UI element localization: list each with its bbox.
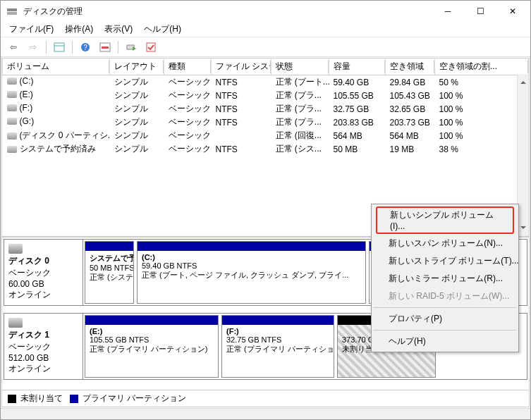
table-row[interactable]: (C:)シンプルベーシックNTFS正常 (ブート...59.40 GB29.84… [3,75,529,89]
menu-view[interactable]: 表示(V) [99,23,138,35]
close-button[interactable]: ✕ [496,1,529,22]
ctx-new-mirror-volume[interactable]: 新しいミラー ボリューム(R)... [372,270,518,288]
table-row[interactable]: (F:)シンプルベーシックNTFS正常 (プラ...32.75 GB32.65 … [3,102,529,116]
view-graphical-icon[interactable] [97,39,114,55]
disk-1-name: ディスク 1 [8,329,78,341]
ctx-help[interactable]: ヘルプ(H) [372,333,518,350]
disk-management-window: ディスクの管理 ─ ☐ ✕ ファイル(F) 操作(A) 表示(V) ヘルプ(H)… [0,0,531,420]
disk-0-name: ディスク 0 [8,255,78,267]
column-header[interactable]: ファイル システム [212,58,271,75]
legend-unallocated-label: 未割り当て [20,393,63,404]
ctx-properties[interactable]: プロパティ(P) [372,310,518,328]
partition[interactable]: (E:)105.55 GB NTFS正常 (プライマリ パーティション) [85,315,219,378]
legend-unallocated-swatch [8,395,16,403]
check-icon[interactable] [142,39,159,55]
svg-rect-9 [147,43,155,51]
partition[interactable]: (F:)32.75 GB NTFS正常 (プライマリ パーティション) [221,315,334,378]
partition[interactable]: システムで予約済50 MB NTFS正常 (システム, ... [85,241,134,304]
ctx-new-raid5-volume: 新しい RAID-5 ボリューム(W)... [372,288,518,305]
table-row[interactable]: (G:)シンプルベーシックNTFS正常 (プラ...203.83 GB203.7… [3,116,529,129]
disk-1-header[interactable]: ディスク 1 ベーシック 512.00 GB オンライン [4,314,83,379]
table-row[interactable]: システムで予約済みシンプルベーシックNTFS正常 (シス...50 MB19 M… [3,142,529,156]
minimize-button[interactable]: ─ [432,1,464,22]
column-header[interactable]: 空き領域 [386,58,435,75]
svg-rect-1 [7,12,17,15]
svg-rect-0 [7,8,17,11]
menu-action[interactable]: 操作(A) [59,23,99,35]
svg-text:?: ? [83,44,87,51]
context-menu: 新しいシンプル ボリューム(I)... 新しいスパン ボリューム(N)... 新… [371,204,519,352]
volume-table: ボリュームレイアウト種類ファイル システム状態容量空き領域空き領域の割... (… [2,58,529,156]
column-header[interactable]: 状態 [271,58,329,75]
ctx-new-simple-volume[interactable]: 新しいシンプル ボリューム(I)... [376,206,514,234]
disk-0-header[interactable]: ディスク 0 ベーシック 60.00 GB オンライン [4,240,83,305]
column-header[interactable]: 種類 [164,58,212,75]
legend: 未割り当て プライマリ パーティション [2,390,529,407]
svg-rect-2 [54,43,64,51]
action-icon[interactable] [123,39,140,55]
ctx-separator [373,330,517,331]
menu-file[interactable]: ファイル(F) [4,23,59,35]
view-list-icon[interactable] [51,39,68,55]
window-title: ディスクの管理 [23,6,432,18]
menubar: ファイル(F) 操作(A) 表示(V) ヘルプ(H) [1,22,530,37]
partition[interactable]: (C:)59.40 GB NTFS正常 (ブート, ページ ファイル, クラッシ… [137,241,366,304]
back-button[interactable]: ⇦ [5,39,22,55]
disk-icon [8,318,23,328]
svg-rect-7 [102,47,109,49]
menu-help[interactable]: ヘルプ(H) [138,23,187,35]
column-header[interactable]: 容量 [329,58,386,75]
toolbar: ⇦ ⇨ ? [1,37,530,57]
app-icon [6,6,18,17]
table-row[interactable]: (ディスク 0 パーティシ...シンプルベーシック正常 (回復...564 MB… [3,129,529,142]
column-header[interactable]: ボリューム [3,58,110,75]
column-header[interactable]: レイアウト [110,58,164,75]
ctx-separator [373,307,517,308]
ctx-new-stripe-volume[interactable]: 新しいストライプ ボリューム(T)... [372,252,518,270]
titlebar: ディスクの管理 ─ ☐ ✕ [1,1,530,22]
legend-primary-swatch [70,395,78,403]
column-header[interactable]: 空き領域の割... [435,58,529,75]
statusbar [1,408,530,419]
maximize-button[interactable]: ☐ [464,1,496,22]
help-icon[interactable]: ? [77,39,94,55]
forward-button[interactable]: ⇨ [25,39,42,55]
legend-primary-label: プライマリ パーティション [83,393,186,404]
disk-icon [8,244,23,254]
ctx-new-span-volume[interactable]: 新しいスパン ボリューム(N)... [372,235,518,252]
table-row[interactable]: (E:)シンプルベーシックNTFS正常 (プラ...105.55 GB105.4… [3,89,529,102]
